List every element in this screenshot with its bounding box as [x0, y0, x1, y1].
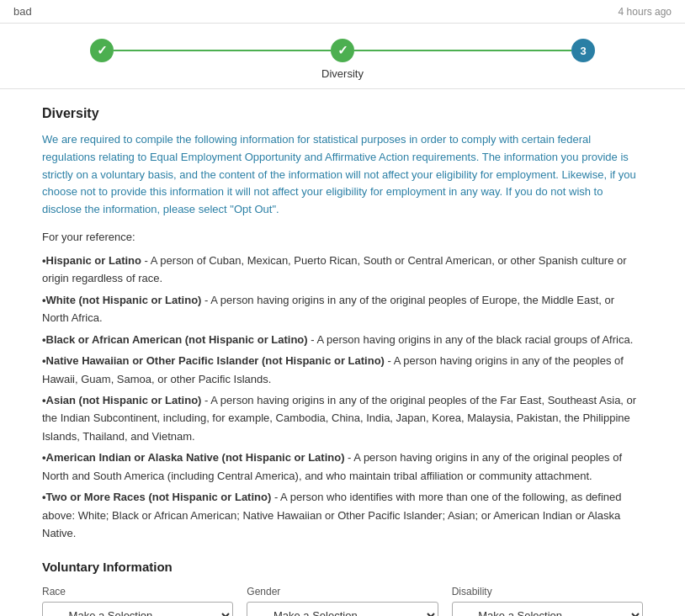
- gender-select[interactable]: — Make a Selection —: [247, 602, 438, 616]
- step-3-number: 3: [580, 45, 586, 57]
- gender-group: Gender — Make a Selection —: [247, 586, 438, 616]
- definition-item: •Hispanic or Latino - A person of Cuban,…: [42, 252, 643, 288]
- definition-item: •American Indian or Alaska Native (not H…: [42, 449, 643, 485]
- definition-item: •Two or More Races (not Hispanic or Lati…: [42, 488, 643, 542]
- definition-item: •Native Hawaiian or Other Pacific Island…: [42, 352, 643, 388]
- race-group: Race — Make a Selection —: [42, 586, 233, 616]
- main-content: Diversity We are required to compile the…: [0, 89, 685, 616]
- step-3-circle: 3: [571, 39, 595, 62]
- step-2-check-icon: [337, 43, 348, 58]
- diversity-title: Diversity: [42, 106, 643, 121]
- step-3-label: Diversity: [321, 67, 364, 80]
- disability-group: Disability — Make a Selection —: [452, 586, 643, 616]
- gender-label: Gender: [247, 586, 438, 597]
- top-bar-left: bad: [13, 5, 32, 18]
- step-1-check-icon: [97, 43, 108, 58]
- top-bar-right: 4 hours ago: [619, 6, 672, 18]
- top-bar: bad 4 hours ago: [0, 0, 685, 24]
- form-row: Race — Make a Selection — Gender — Make …: [42, 586, 643, 616]
- for-reference: For your reference:: [42, 231, 643, 243]
- diversity-info: We are required to compile the following…: [42, 131, 643, 219]
- race-select[interactable]: — Make a Selection —: [42, 602, 233, 616]
- definitions-list: •Hispanic or Latino - A person of Cuban,…: [42, 252, 643, 543]
- stepper-line-1: [114, 50, 331, 51]
- stepper-row: 3: [90, 39, 595, 62]
- race-label: Race: [42, 586, 233, 597]
- voluntary-title: Voluntary Information: [42, 560, 643, 574]
- disability-select[interactable]: — Make a Selection —: [452, 602, 643, 616]
- definition-item: •Asian (not Hispanic or Latino) - A pers…: [42, 391, 643, 445]
- step-2-circle: [331, 39, 354, 62]
- disability-label: Disability: [452, 586, 643, 597]
- stepper-line-2: [354, 50, 571, 51]
- definition-item: •Black or African American (not Hispanic…: [42, 331, 643, 348]
- definition-item: •White (not Hispanic or Latino) - A pers…: [42, 291, 643, 327]
- progress-stepper: 3 Diversity: [0, 24, 685, 89]
- step-1-circle: [90, 39, 114, 62]
- top-bar-sub: bad: [13, 5, 32, 18]
